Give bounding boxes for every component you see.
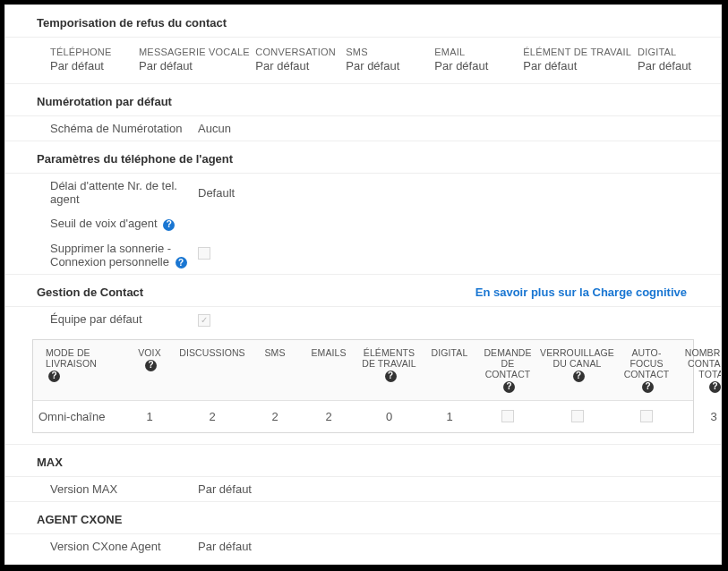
cell-total: 3: [678, 401, 722, 432]
section-refusal-title: Temporisation de refus du contact: [5, 5, 721, 38]
default-team-label: Équipe par défaut: [50, 312, 198, 326]
col-mode: MODE DE LIVRAISON ?: [33, 340, 123, 400]
refusal-voicemail-value: Par défaut: [139, 59, 234, 72]
cell-emails: 2: [302, 401, 355, 432]
dialing-pattern-row: Schéma de Numérotation Aucun: [5, 116, 721, 141]
section-contact-title: Gestion de Contact En savoir plus sur la…: [5, 275, 721, 307]
dialing-pattern-label: Schéma de Numérotation: [50, 122, 198, 135]
col-digital-text: DIGITAL: [432, 347, 468, 358]
col-voice-text: VOIX: [138, 347, 161, 358]
refusal-digital: DIGITAL Par défaut: [638, 47, 705, 72]
cell-mode: Omni-chaîne: [33, 401, 123, 432]
phone-voice-threshold-label: Seuil de voix d'agent ?: [50, 217, 198, 231]
default-team-checkbox[interactable]: ✓: [198, 314, 210, 327]
refusal-workitem-value: Par défaut: [523, 59, 616, 72]
refusal-chat-value: Par défaut: [255, 59, 324, 72]
phone-suppress-label: Supprimer la sonnerie - Connexion person…: [50, 242, 198, 269]
max-version-row: Version MAX Par défaut: [5, 477, 721, 502]
refusal-digital-label: DIGITAL: [638, 47, 705, 57]
cxone-version-row: Version CXone Agent Par défaut: [5, 534, 721, 558]
contact-handling-table: MODE DE LIVRAISON ? VOIX ? DISCUSSIONS S…: [32, 339, 694, 433]
refusal-sms: SMS Par défaut: [346, 47, 413, 72]
refusal-email-label: EMAIL: [434, 47, 501, 57]
phone-suppress-row: Supprimer la sonnerie - Connexion person…: [5, 236, 721, 276]
col-chats: DISCUSSIONS: [176, 340, 248, 400]
refusal-row: TÉLÉPHONE Par défaut MESSAGERIE VOCALE P…: [5, 38, 721, 84]
table-header-row: MODE DE LIVRAISON ? VOIX ? DISCUSSIONS S…: [33, 340, 693, 401]
suppress-ring-checkbox[interactable]: [198, 247, 210, 260]
col-emails: EMAILS: [302, 340, 355, 400]
table-row: Omni-chaîne 1 2 2 2 0 1 3: [33, 401, 693, 432]
contact-handling-table-wrap: MODE DE LIVRAISON ? VOIX ? DISCUSSIONS S…: [5, 332, 721, 445]
col-voice: VOIX ?: [123, 340, 176, 400]
refusal-chat-label: CONVERSATION: [255, 47, 324, 57]
col-lock: VERROUILLAGE DU CANAL ?: [539, 340, 615, 400]
channel-lock-checkbox[interactable]: [571, 410, 584, 422]
col-workitems-text: ÉLÉMENTS DE TRAVAIL: [361, 347, 417, 369]
section-max-title: MAX: [5, 445, 721, 477]
cell-autofocus: [615, 401, 678, 432]
col-workitems: ÉLÉMENTS DE TRAVAIL ?: [355, 340, 423, 400]
max-version-label: Version MAX: [50, 482, 198, 496]
refusal-phone: TÉLÉPHONE Par défaut: [50, 47, 117, 72]
col-autofocus: AUTO-FOCUS CONTACT ?: [615, 340, 678, 400]
phone-timeout-label: Délai d'attente Nr. de tel. agent: [50, 179, 198, 206]
refusal-email-value: Par défaut: [434, 59, 501, 72]
col-digital: DIGITAL: [423, 340, 476, 400]
refusal-sms-label: SMS: [346, 47, 413, 57]
cell-lock: [539, 401, 615, 432]
col-emails-text: EMAILS: [311, 347, 346, 358]
phone-voice-threshold-text: Seuil de voix d'agent: [50, 217, 158, 230]
col-request-text: DEMANDE DE CONTACT: [482, 347, 534, 379]
col-sms-text: SMS: [264, 347, 285, 358]
phone-timeout-value: Default: [198, 186, 235, 200]
contact-title-text: Gestion de Contact: [37, 286, 143, 299]
cell-digital: 1: [423, 401, 476, 432]
help-icon[interactable]: ?: [503, 381, 515, 393]
help-icon[interactable]: ?: [145, 360, 157, 371]
settings-panel: Temporisation de refus du contact TÉLÉPH…: [4, 4, 722, 565]
help-icon[interactable]: ?: [709, 381, 721, 393]
autofocus-checkbox[interactable]: [640, 410, 653, 422]
refusal-voicemail: MESSAGERIE VOCALE Par défaut: [139, 47, 234, 72]
section-phone-title: Paramètres du téléphone de l'agent: [5, 141, 721, 174]
refusal-chat: CONVERSATION Par défaut: [255, 47, 324, 72]
request-contact-checkbox[interactable]: [501, 410, 514, 422]
cell-chats: 2: [176, 401, 248, 432]
help-icon[interactable]: ?: [48, 371, 60, 382]
help-icon[interactable]: ?: [385, 371, 397, 382]
refusal-workitem: ÉLÉMENT DE TRAVAIL Par défaut: [523, 47, 616, 72]
max-version-value: Par défaut: [198, 482, 252, 496]
col-total: NOMBRE DE CONTACTS TOTAL ?: [678, 340, 722, 400]
default-team-row: Équipe par défaut ✓: [5, 307, 721, 332]
col-sms: SMS: [248, 340, 302, 400]
refusal-sms-value: Par défaut: [346, 59, 413, 72]
cxone-version-label: Version CXone Agent: [50, 540, 198, 553]
col-chats-text: DISCUSSIONS: [179, 347, 244, 358]
refusal-workitem-label: ÉLÉMENT DE TRAVAIL: [523, 47, 616, 57]
refusal-email: EMAIL Par défaut: [434, 47, 501, 72]
phone-suppress-value: [198, 247, 210, 262]
col-mode-text: MODE DE LIVRAISON: [46, 347, 117, 369]
help-icon[interactable]: ?: [163, 219, 175, 231]
col-request: DEMANDE DE CONTACT ?: [476, 340, 539, 400]
help-icon[interactable]: ?: [642, 381, 654, 393]
col-total-text: NOMBRE DE CONTACTS TOTAL: [683, 347, 722, 379]
section-cxone-title: AGENT CXONE: [5, 502, 721, 534]
dialing-pattern-value: Aucun: [198, 122, 231, 135]
cell-sms: 2: [248, 401, 302, 432]
cognitive-load-link[interactable]: En savoir plus sur la Charge cognitive: [475, 286, 705, 299]
cxone-version-value: Par défaut: [198, 540, 252, 553]
refusal-digital-value: Par défaut: [638, 59, 705, 72]
default-team-value: ✓: [198, 312, 210, 327]
cell-request: [476, 401, 539, 432]
refusal-voicemail-label: MESSAGERIE VOCALE: [139, 47, 234, 57]
help-icon[interactable]: ?: [176, 257, 187, 268]
phone-voice-threshold-row: Seuil de voix d'agent ?: [5, 211, 721, 236]
phone-timeout-row: Délai d'attente Nr. de tel. agent Defaul…: [5, 174, 721, 211]
check-icon: ✓: [201, 315, 208, 325]
cell-workitems: 0: [355, 401, 423, 432]
col-autofocus-text: AUTO-FOCUS CONTACT: [621, 347, 672, 379]
refusal-phone-value: Par défaut: [50, 59, 117, 72]
help-icon[interactable]: ?: [573, 371, 585, 382]
